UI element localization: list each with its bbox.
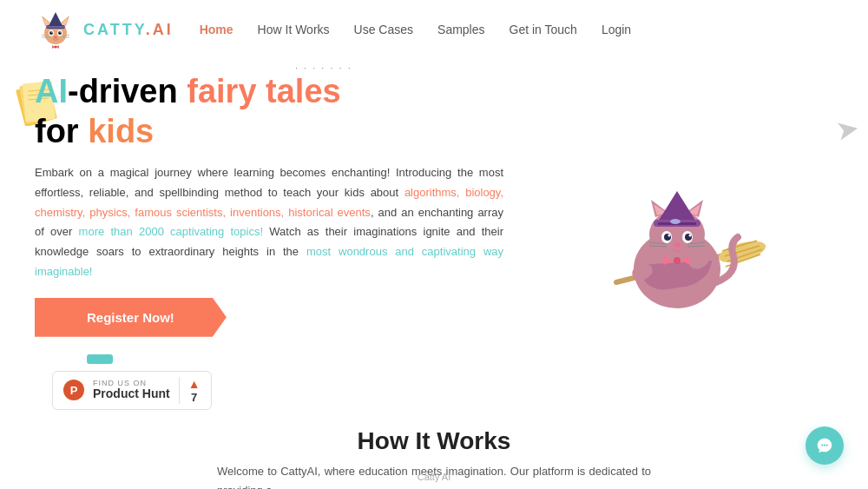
- hero-section: AI-driven fairy tales for kids Embark on…: [0, 59, 868, 410]
- nav-how-it-works[interactable]: How It Works: [258, 23, 330, 36]
- nav-use-cases[interactable]: Use Cases: [354, 23, 413, 36]
- decorative-teal-rect: [87, 354, 113, 364]
- nav-home[interactable]: Home: [200, 23, 233, 36]
- chat-icon: [815, 436, 834, 455]
- hero-title: AI-driven fairy tales for kids: [35, 72, 503, 151]
- navbar: CATTY.AI Home How It Works Use Cases Sam…: [0, 0, 868, 59]
- nav-samples[interactable]: Samples: [437, 23, 484, 36]
- nav-get-in-touch[interactable]: Get in Touch: [510, 23, 577, 36]
- svg-point-21: [55, 46, 57, 49]
- hero-left: AI-driven fairy tales for kids Embark on…: [35, 68, 503, 410]
- svg-marker-5: [49, 12, 62, 26]
- svg-point-44: [670, 219, 681, 224]
- ph-count: 7: [191, 391, 197, 404]
- svg-point-59: [821, 444, 823, 446]
- hero-illustration: [503, 68, 833, 410]
- svg-marker-41: [658, 191, 696, 221]
- hero-description: Embark on a magical journey where learni…: [35, 163, 503, 282]
- how-it-works-title: How It Works: [35, 427, 833, 455]
- ph-text: FIND US ON Product Hunt: [93, 380, 170, 401]
- svg-point-61: [826, 444, 828, 446]
- catty-logo-icon: [35, 9, 76, 50]
- footer: Catty AI: [0, 472, 868, 482]
- svg-point-49: [668, 234, 671, 236]
- logo-text: CATTY.AI: [83, 21, 174, 39]
- svg-point-29: [716, 237, 767, 267]
- svg-point-14: [54, 36, 57, 39]
- svg-point-58: [674, 257, 681, 264]
- chat-button[interactable]: [806, 426, 844, 465]
- ph-name-label: Product Hunt: [93, 387, 170, 400]
- nav-login[interactable]: Login: [602, 23, 631, 36]
- svg-rect-7: [46, 26, 65, 28]
- ph-arrow-icon: ▲: [188, 377, 201, 391]
- title-kids: kids: [88, 113, 154, 149]
- svg-point-51: [674, 242, 681, 248]
- product-hunt-badge[interactable]: P FIND US ON Product Hunt ▲ 7: [52, 371, 212, 410]
- svg-point-50: [689, 234, 692, 236]
- register-button[interactable]: Register Now!: [35, 298, 227, 337]
- title-ai: AI: [35, 73, 68, 109]
- more-topics-link[interactable]: more than 2000 captivating topics!: [79, 225, 263, 238]
- ph-logo-icon: P: [63, 380, 84, 400]
- ph-count-area: ▲ 7: [179, 377, 201, 404]
- title-for: for: [35, 113, 88, 149]
- main-nav: Home How It Works Use Cases Samples Get …: [200, 23, 631, 36]
- logo-area[interactable]: CATTY.AI: [35, 9, 174, 50]
- witch-cat-illustration: [564, 143, 773, 334]
- svg-point-12: [51, 31, 52, 32]
- svg-point-60: [824, 444, 825, 446]
- title-driven: -driven: [68, 73, 187, 109]
- svg-point-13: [60, 31, 61, 32]
- title-fairy-tales: fairy tales: [187, 73, 340, 109]
- footer-brand: Catty AI: [418, 472, 451, 482]
